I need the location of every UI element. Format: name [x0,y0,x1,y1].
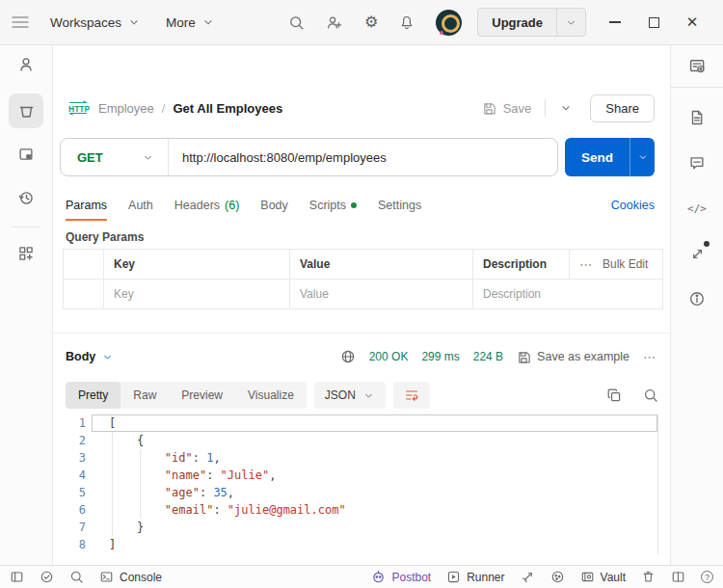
help-icon[interactable]: ? [701,571,713,583]
split-pane-icon[interactable] [671,570,685,584]
window-maximize-button[interactable] [634,3,673,41]
code-gutter: 12345678 [53,414,92,553]
tab-auth[interactable]: Auth [128,189,153,221]
runner-button[interactable]: Runner [446,570,504,584]
view-visualize[interactable]: Visualize [235,382,307,409]
search-response-icon[interactable] [643,388,658,403]
tab-scripts[interactable]: Scripts [309,189,357,221]
cookies-icon[interactable] [550,570,565,584]
save-button[interactable]: Save [482,101,532,116]
vault-button[interactable]: Vault [580,570,626,584]
toggle-sidebar-icon[interactable] [10,570,24,584]
code-line[interactable]: { [92,432,657,449]
left-sidebar [0,45,53,565]
window-close-button[interactable]: ✕ [673,3,711,41]
description-input[interactable]: Description [473,280,662,308]
sidebar-item-more-apps[interactable] [9,236,43,271]
workspaces-menu[interactable]: Workspaces [42,15,148,30]
upgrade-button[interactable]: Upgrade [478,9,556,36]
response-time-badge[interactable]: 299 ms [421,350,459,363]
code-line[interactable]: "age": 35, [92,484,657,501]
network-globe-icon[interactable] [340,349,356,364]
breadcrumb-collection[interactable]: Employee [98,101,154,116]
search-icon[interactable] [288,14,305,31]
response-body-editor[interactable]: 12345678 [ { "id": 1, "name": "Julie", "… [53,414,670,565]
chevron-down-icon [201,15,215,29]
sidebar-divider [12,227,40,227]
documentation-panel-button[interactable] [681,101,713,134]
code-line[interactable]: "email": "julie@gmail.com" [92,501,657,519]
related-requests-button[interactable] [681,237,713,270]
save-as-example-button[interactable]: Save as example [517,350,629,364]
send-button[interactable]: Send [565,138,629,176]
settings-gear-icon[interactable]: ⚙ [364,14,378,30]
sidebar-item-user[interactable] [9,47,43,82]
wrap-lines-button[interactable] [393,382,430,409]
view-pretty[interactable]: Pretty [66,382,120,409]
upgrade-dropdown[interactable] [556,9,585,36]
method-dropdown[interactable]: GET [61,139,169,175]
response-body-dropdown[interactable]: Body [66,350,114,363]
response-size-badge[interactable]: 224 B [473,350,503,363]
tab-headers[interactable]: Headers(6) [174,189,240,221]
breadcrumb-request-name[interactable]: Get All Employees [173,101,282,116]
main-content: HTTP Employee / Get All Employees Save S… [53,45,670,565]
code-line[interactable]: "name": "Julie", [92,467,657,484]
cookies-link[interactable]: Cookies [611,199,655,212]
indent-guide [112,432,113,536]
send-options-dropdown[interactable] [629,138,655,176]
headers-count: (6) [225,199,239,212]
url-input[interactable]: http://localhost:8080/emp/employees [169,150,387,165]
view-raw[interactable]: Raw [120,382,169,409]
row-select-cell[interactable] [64,250,104,279]
code-line[interactable]: ] [92,536,657,553]
share-button[interactable]: Share [590,94,655,122]
chevron-down-icon [101,351,114,363]
tab-body[interactable]: Body [260,189,288,221]
notifications-bell-icon[interactable] [399,14,415,31]
sidebar-divider [671,87,723,88]
sidebar-item-collections[interactable] [9,94,43,128]
comments-icon [688,154,706,172]
hamburger-menu-icon[interactable] [12,15,33,29]
postbot-button[interactable]: Postbot [371,570,431,584]
response-meta-row: Body 200 OK 299 ms 224 B Save as example… [53,342,670,371]
checkpoint-icon[interactable] [40,570,54,584]
view-preview[interactable]: Preview [169,382,235,409]
trash-icon[interactable] [641,570,656,584]
environment-quick-look[interactable] [681,49,713,82]
line-number: 1 [53,414,92,432]
wrap-text-icon [404,388,419,403]
code-line[interactable]: [ [92,414,657,432]
minimize-icon [609,21,621,22]
save-options-chevron[interactable] [559,101,573,115]
column-options-icon[interactable]: ⋯ [579,257,593,272]
response-status-badge[interactable]: 200 OK [369,350,409,363]
info-panel-button[interactable] [681,282,713,315]
vault-label: Vault [601,571,626,584]
sidebar-item-environments[interactable] [9,137,43,172]
comments-panel-button[interactable] [681,147,713,179]
user-avatar[interactable] [436,10,462,36]
bulk-edit-button[interactable]: Bulk Edit [602,257,648,271]
invite-user-icon[interactable] [326,14,343,31]
section-divider[interactable] [53,333,670,334]
more-menu[interactable]: More [158,15,223,30]
row-select-cell[interactable] [64,280,104,308]
copy-icon[interactable] [606,388,622,403]
format-dropdown[interactable]: JSON [314,382,386,409]
tab-settings[interactable]: Settings [378,189,421,221]
code-line[interactable]: "id": 1, [92,449,657,467]
find-icon[interactable] [69,570,84,584]
console-button[interactable]: Console [99,570,162,584]
key-input[interactable]: Key [104,280,290,308]
value-input[interactable]: Value [290,280,473,308]
code-panel-button[interactable]: </> [681,192,713,225]
window-minimize-button[interactable] [596,3,634,41]
tab-params[interactable]: Params [66,189,107,221]
code-line[interactable]: } [92,519,657,536]
capture-requests-icon[interactable] [521,570,535,584]
response-more-options-icon[interactable]: ⋯ [643,350,656,364]
sidebar-item-history[interactable] [9,180,43,215]
column-header-value: Value [290,250,473,279]
